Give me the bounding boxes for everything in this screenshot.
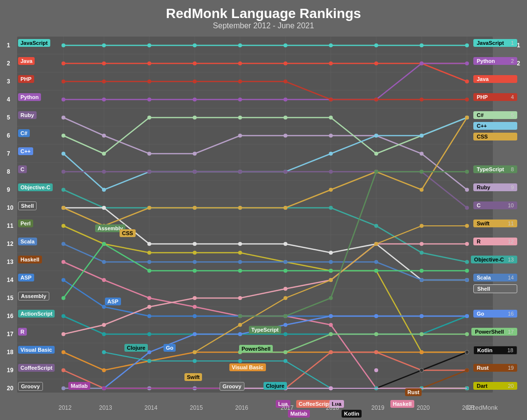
- svg-point-147: [329, 260, 333, 264]
- svg-point-104: [193, 170, 197, 174]
- x-label-2013: 2013: [99, 404, 112, 411]
- svg-point-55: [238, 98, 242, 101]
- svg-point-178: [374, 269, 378, 273]
- annotation-asp: ASP: [105, 298, 121, 305]
- svg-point-51: [61, 98, 65, 101]
- svg-point-34: [193, 43, 197, 47]
- svg-point-284: [193, 359, 197, 363]
- svg-point-182: [102, 332, 106, 336]
- svg-point-72: [102, 134, 106, 138]
- annotation-go: Go: [163, 344, 176, 352]
- svg-point-176: [284, 269, 287, 273]
- svg-point-118: [374, 224, 378, 228]
- svg-point-36: [284, 43, 287, 47]
- svg-point-62: [102, 80, 106, 83]
- svg-point-255: [420, 224, 424, 228]
- svg-point-65: [238, 80, 242, 83]
- svg-point-61: [61, 80, 65, 83]
- svg-point-38: [374, 43, 378, 47]
- right-badge-rust: Rust19: [473, 364, 517, 372]
- svg-point-162: [102, 305, 106, 309]
- svg-point-141: [61, 242, 65, 246]
- rank-label-10: 10: [7, 204, 13, 211]
- right-rank-2: 2: [517, 60, 520, 67]
- svg-point-276: [465, 350, 469, 354]
- svg-point-148: [374, 260, 378, 264]
- svg-point-217: [329, 350, 333, 354]
- svg-point-257: [238, 314, 242, 318]
- chart-subtitle: September 2012 - June 2021: [0, 21, 527, 30]
- svg-point-282: [102, 350, 106, 354]
- svg-point-33: [147, 43, 151, 47]
- svg-point-221: [61, 386, 65, 390]
- svg-point-244: [238, 332, 242, 336]
- svg-point-31: [61, 43, 65, 47]
- svg-point-107: [329, 170, 333, 174]
- rank-label-6: 6: [7, 132, 10, 139]
- rank-label-2: 2: [7, 60, 10, 67]
- svg-point-86: [284, 116, 287, 120]
- rank-label-3: 3: [7, 78, 10, 85]
- left-badge-asp: ASP: [18, 274, 34, 281]
- svg-point-43: [147, 61, 151, 65]
- rank-label-16: 16: [7, 313, 13, 320]
- svg-point-285: [238, 359, 242, 363]
- svg-point-125: [238, 242, 242, 246]
- svg-point-235: [238, 206, 242, 210]
- svg-point-260: [374, 170, 378, 174]
- left-badge-visualbasic: Visual Basic: [18, 346, 55, 354]
- left-badge-perl: Perl: [18, 220, 33, 227]
- left-badge-java: Java: [18, 57, 35, 65]
- right-badge-shell: Shell: [473, 284, 517, 293]
- svg-point-261: [420, 170, 424, 174]
- left-badge-ruby: Ruby: [18, 111, 37, 119]
- svg-point-234: [193, 206, 197, 210]
- svg-point-180: [465, 269, 469, 273]
- svg-point-97: [329, 152, 333, 156]
- chart-container: RedMonk Language Rankings September 2012…: [0, 0, 527, 420]
- svg-point-85: [238, 116, 242, 120]
- svg-point-53: [147, 98, 151, 101]
- svg-point-171: [61, 296, 65, 300]
- rank-label-1: 1: [7, 42, 10, 49]
- svg-point-201: [61, 350, 65, 354]
- svg-point-79: [420, 152, 424, 156]
- svg-point-105: [238, 170, 242, 174]
- svg-point-98: [374, 134, 378, 138]
- x-label-2017: 2017: [281, 404, 294, 411]
- rank-label-20: 20: [7, 385, 13, 392]
- svg-point-42: [102, 61, 106, 65]
- svg-point-52: [102, 98, 106, 101]
- svg-point-173: [147, 269, 151, 273]
- svg-point-240: [465, 116, 469, 120]
- right-rank-1: 1: [517, 42, 520, 49]
- svg-point-144: [193, 260, 197, 264]
- svg-point-76: [284, 134, 287, 138]
- right-badge-scala: Scala14: [473, 274, 517, 281]
- left-badge-c: C: [18, 165, 27, 173]
- x-label-2015: 2015: [190, 404, 203, 411]
- chart-main-title: RedMonk Language Rankings: [0, 6, 527, 21]
- right-badge-c: C10: [473, 201, 517, 209]
- svg-point-102: [102, 170, 106, 174]
- right-badge-cpp: C++: [473, 122, 517, 130]
- svg-point-74: [193, 152, 197, 156]
- right-badge-go: Go16: [473, 310, 517, 318]
- svg-point-119: [420, 251, 424, 255]
- rank-label-4: 4: [7, 96, 10, 103]
- chart-svg: [0, 34, 527, 420]
- svg-point-103: [147, 170, 151, 174]
- svg-point-286: [284, 359, 287, 363]
- svg-point-152: [102, 278, 106, 282]
- annotation-clojure: Clojure: [124, 344, 148, 352]
- svg-point-47: [329, 61, 333, 65]
- annotation-visualbasic: Visual Basic: [229, 363, 266, 371]
- right-badge-csharp: C#5: [473, 111, 517, 119]
- svg-point-84: [193, 116, 197, 120]
- x-label-2020: 2020: [417, 404, 430, 411]
- svg-point-32: [102, 43, 106, 47]
- svg-point-236: [284, 206, 287, 210]
- svg-point-252: [284, 296, 287, 300]
- left-badge-shell: Shell: [18, 201, 37, 210]
- svg-point-256: [465, 224, 469, 228]
